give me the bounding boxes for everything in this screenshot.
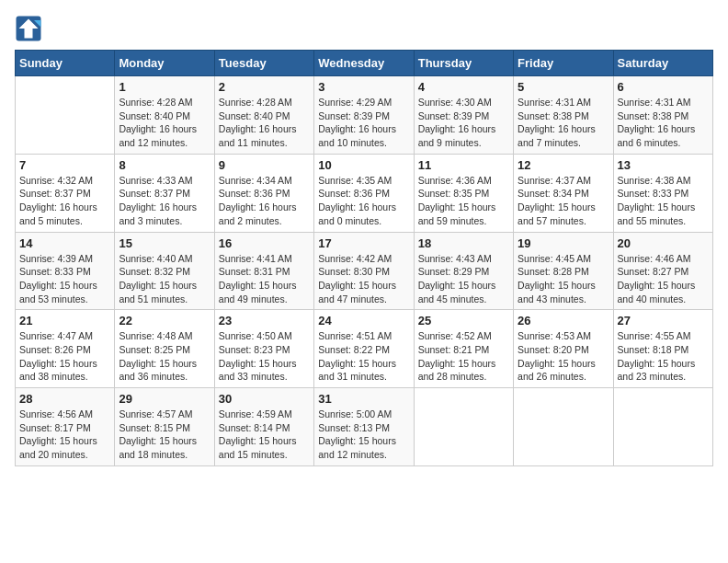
calendar-cell: 14Sunrise: 4:39 AM Sunset: 8:33 PM Dayli… [16,232,115,310]
day-info: Sunrise: 4:42 AM Sunset: 8:30 PM Dayligh… [318,252,409,306]
calendar-cell: 17Sunrise: 4:42 AM Sunset: 8:30 PM Dayli… [314,232,414,310]
calendar-cell: 20Sunrise: 4:46 AM Sunset: 8:27 PM Dayli… [613,232,712,310]
day-info: Sunrise: 4:41 AM Sunset: 8:31 PM Dayligh… [219,252,310,306]
day-info: Sunrise: 4:36 AM Sunset: 8:35 PM Dayligh… [418,174,509,228]
calendar-body: 1Sunrise: 4:28 AM Sunset: 8:40 PM Daylig… [16,76,713,466]
calendar-cell: 21Sunrise: 4:47 AM Sunset: 8:26 PM Dayli… [16,310,115,388]
calendar-cell: 22Sunrise: 4:48 AM Sunset: 8:25 PM Dayli… [115,310,214,388]
day-info: Sunrise: 4:37 AM Sunset: 8:34 PM Dayligh… [518,174,609,228]
calendar-week-row: 7Sunrise: 4:32 AM Sunset: 8:37 PM Daylig… [16,154,713,232]
calendar-week-row: 14Sunrise: 4:39 AM Sunset: 8:33 PM Dayli… [16,232,713,310]
calendar-table: SundayMondayTuesdayWednesdayThursdayFrid… [15,50,713,466]
day-number: 19 [518,236,609,250]
day-number: 15 [119,236,210,250]
calendar-cell: 7Sunrise: 4:32 AM Sunset: 8:37 PM Daylig… [16,154,115,232]
calendar-cell [514,388,613,466]
calendar-cell: 19Sunrise: 4:45 AM Sunset: 8:28 PM Dayli… [514,232,613,310]
weekday-header-tuesday: Tuesday [214,51,313,76]
calendar-cell: 15Sunrise: 4:40 AM Sunset: 8:32 PM Dayli… [115,232,214,310]
day-info: Sunrise: 4:47 AM Sunset: 8:26 PM Dayligh… [19,329,110,384]
day-info: Sunrise: 4:56 AM Sunset: 8:17 PM Dayligh… [19,408,110,462]
day-number: 24 [318,314,409,327]
day-number: 11 [418,158,509,172]
day-number: 6 [618,80,709,94]
day-info: Sunrise: 4:50 AM Sunset: 8:23 PM Dayligh… [219,329,310,384]
logo-icon [15,15,42,42]
calendar-header: SundayMondayTuesdayWednesdayThursdayFrid… [16,51,713,76]
day-info: Sunrise: 4:30 AM Sunset: 8:39 PM Dayligh… [418,96,509,150]
day-number: 2 [219,80,310,94]
calendar-week-row: 28Sunrise: 4:56 AM Sunset: 8:17 PM Dayli… [16,388,713,466]
day-info: Sunrise: 4:28 AM Sunset: 8:40 PM Dayligh… [219,96,310,150]
weekday-header-thursday: Thursday [414,51,513,76]
calendar-cell: 31Sunrise: 5:00 AM Sunset: 8:13 PM Dayli… [314,388,414,466]
weekday-header-friday: Friday [514,51,613,76]
day-number: 7 [19,158,110,172]
day-number: 22 [119,314,210,327]
day-number: 4 [418,80,509,94]
day-info: Sunrise: 4:34 AM Sunset: 8:36 PM Dayligh… [219,174,310,228]
day-info: Sunrise: 4:48 AM Sunset: 8:25 PM Dayligh… [119,329,210,384]
calendar-cell: 6Sunrise: 4:31 AM Sunset: 8:38 PM Daylig… [613,76,712,155]
calendar-cell: 8Sunrise: 4:33 AM Sunset: 8:37 PM Daylig… [115,154,214,232]
day-number: 13 [618,158,709,172]
day-info: Sunrise: 4:32 AM Sunset: 8:37 PM Dayligh… [19,174,110,228]
calendar-cell: 26Sunrise: 4:53 AM Sunset: 8:20 PM Dayli… [514,310,613,388]
day-info: Sunrise: 4:39 AM Sunset: 8:33 PM Dayligh… [19,252,110,306]
day-number: 12 [518,158,609,172]
day-info: Sunrise: 4:55 AM Sunset: 8:18 PM Dayligh… [618,329,709,384]
weekday-header-wednesday: Wednesday [314,51,414,76]
day-info: Sunrise: 4:51 AM Sunset: 8:22 PM Dayligh… [318,329,409,384]
calendar-cell: 11Sunrise: 4:36 AM Sunset: 8:35 PM Dayli… [414,154,513,232]
weekday-row: SundayMondayTuesdayWednesdayThursdayFrid… [16,51,713,76]
calendar-cell [414,388,513,466]
calendar-cell: 16Sunrise: 4:41 AM Sunset: 8:31 PM Dayli… [214,232,313,310]
day-info: Sunrise: 5:00 AM Sunset: 8:13 PM Dayligh… [318,408,409,462]
day-number: 26 [518,314,609,327]
day-info: Sunrise: 4:28 AM Sunset: 8:40 PM Dayligh… [119,96,210,150]
weekday-header-monday: Monday [115,51,214,76]
logo [15,15,48,42]
day-number: 9 [219,158,310,172]
calendar-cell: 24Sunrise: 4:51 AM Sunset: 8:22 PM Dayli… [314,310,414,388]
day-number: 29 [119,392,210,406]
day-info: Sunrise: 4:31 AM Sunset: 8:38 PM Dayligh… [618,96,709,150]
calendar-cell: 10Sunrise: 4:35 AM Sunset: 8:36 PM Dayli… [314,154,414,232]
calendar-cell: 29Sunrise: 4:57 AM Sunset: 8:15 PM Dayli… [115,388,214,466]
calendar-cell: 1Sunrise: 4:28 AM Sunset: 8:40 PM Daylig… [115,76,214,155]
calendar-cell [16,76,115,155]
day-number: 20 [618,236,709,250]
calendar-cell: 30Sunrise: 4:59 AM Sunset: 8:14 PM Dayli… [214,388,313,466]
calendar-week-row: 21Sunrise: 4:47 AM Sunset: 8:26 PM Dayli… [16,310,713,388]
day-number: 3 [318,80,409,94]
day-number: 30 [219,392,310,406]
day-number: 18 [418,236,509,250]
day-number: 23 [219,314,310,327]
day-number: 8 [119,158,210,172]
calendar-cell: 4Sunrise: 4:30 AM Sunset: 8:39 PM Daylig… [414,76,513,155]
calendar-cell: 5Sunrise: 4:31 AM Sunset: 8:38 PM Daylig… [514,76,613,155]
day-info: Sunrise: 4:57 AM Sunset: 8:15 PM Dayligh… [119,408,210,462]
day-number: 17 [318,236,409,250]
day-number: 16 [219,236,310,250]
day-number: 31 [318,392,409,406]
day-number: 10 [318,158,409,172]
day-number: 5 [518,80,609,94]
day-info: Sunrise: 4:46 AM Sunset: 8:27 PM Dayligh… [618,252,709,306]
calendar-cell: 13Sunrise: 4:38 AM Sunset: 8:33 PM Dayli… [613,154,712,232]
day-info: Sunrise: 4:59 AM Sunset: 8:14 PM Dayligh… [219,408,310,462]
day-info: Sunrise: 4:45 AM Sunset: 8:28 PM Dayligh… [518,252,609,306]
calendar-cell: 18Sunrise: 4:43 AM Sunset: 8:29 PM Dayli… [414,232,513,310]
day-info: Sunrise: 4:53 AM Sunset: 8:20 PM Dayligh… [518,329,609,384]
weekday-header-sunday: Sunday [16,51,115,76]
calendar-week-row: 1Sunrise: 4:28 AM Sunset: 8:40 PM Daylig… [16,76,713,155]
day-info: Sunrise: 4:33 AM Sunset: 8:37 PM Dayligh… [119,174,210,228]
calendar-cell: 23Sunrise: 4:50 AM Sunset: 8:23 PM Dayli… [214,310,313,388]
day-number: 14 [19,236,110,250]
calendar-cell: 27Sunrise: 4:55 AM Sunset: 8:18 PM Dayli… [613,310,712,388]
calendar-cell: 9Sunrise: 4:34 AM Sunset: 8:36 PM Daylig… [214,154,313,232]
day-info: Sunrise: 4:43 AM Sunset: 8:29 PM Dayligh… [418,252,509,306]
day-number: 28 [19,392,110,406]
day-info: Sunrise: 4:40 AM Sunset: 8:32 PM Dayligh… [119,252,210,306]
day-info: Sunrise: 4:52 AM Sunset: 8:21 PM Dayligh… [418,329,509,384]
